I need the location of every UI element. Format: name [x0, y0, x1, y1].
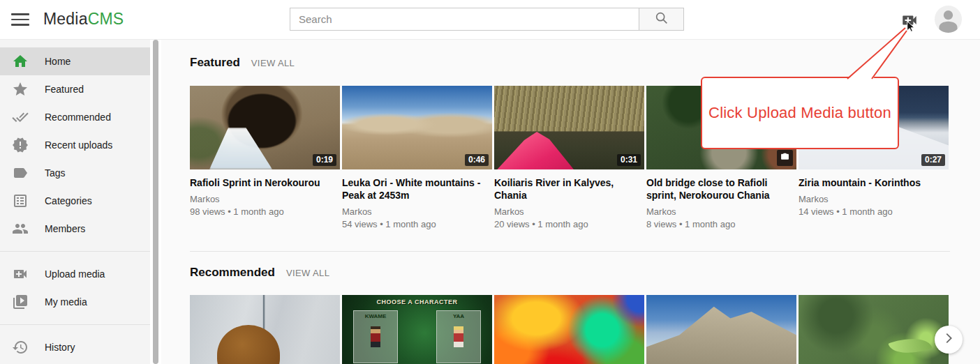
video-call-icon [900, 20, 919, 31]
upload-media-button[interactable] [900, 11, 919, 29]
media-card[interactable]: 0:31 Koiliaris River in Kalyves, Chania … [494, 86, 644, 231]
media-title[interactable]: Koiliaris River in Kalyves, Chania [494, 176, 644, 202]
media-author[interactable]: Markos [494, 206, 644, 218]
annotation-text: Click Upload Media button [708, 104, 891, 122]
media-author[interactable]: Markos [190, 193, 340, 206]
media-meta: 14 views • 1 month ago [799, 206, 949, 218]
media-card[interactable] [646, 295, 796, 364]
media-title[interactable]: Rafioli Sprint in Nerokourou [190, 176, 340, 189]
media-card[interactable]: 0:19 Rafioli Sprint in Nerokourou Markos… [190, 86, 340, 231]
media-card[interactable]: 0:46 Leuka Ori - White mountains - Peak … [342, 86, 492, 231]
video-call-icon [12, 266, 29, 282]
duration-badge: 0:27 [921, 154, 945, 166]
duration-badge: 0:19 [313, 154, 336, 166]
media-title[interactable]: Ziria mountain - Korinthos [799, 176, 949, 189]
section-divider [190, 251, 950, 252]
sidebar-item-my-media[interactable]: My media [0, 288, 151, 316]
video-thumbnail[interactable]: 0:31 [494, 86, 644, 169]
mediacms-home-screen: Home Featured Recommended Recent uploads… [0, 0, 980, 364]
sidebar-divider [0, 324, 151, 325]
media-title[interactable]: Leuka Ori - White mountains - Peak at 24… [342, 176, 492, 202]
media-meta: 54 views • 1 month ago [342, 218, 492, 231]
search-input[interactable] [290, 8, 639, 30]
carousel-next-button[interactable] [935, 326, 963, 354]
character-sprite [371, 326, 380, 347]
sidebar-item-featured[interactable]: Featured [0, 75, 151, 103]
sidebar-item-categories[interactable]: Categories [0, 187, 151, 215]
sidebar-item-upload-media[interactable]: Upload media [0, 260, 151, 288]
chevron-right-icon [941, 331, 956, 349]
media-card[interactable] [494, 295, 644, 364]
video-thumbnail[interactable]: 0:19 [190, 86, 340, 169]
video-library-icon [12, 294, 29, 310]
sidebar-item-label: Featured [45, 84, 84, 95]
camera-badge [777, 150, 793, 166]
sidebar-item-label: Categories [45, 195, 92, 206]
media-meta: 20 views • 1 month ago [494, 218, 644, 231]
media-title[interactable]: Old bridge close to Rafioli sprint, Nero… [646, 176, 796, 202]
thumbnail-overlay-text: KWAME [354, 313, 397, 319]
logo-text-black: Media [43, 10, 88, 28]
video-thumbnail[interactable] [494, 295, 644, 364]
video-thumbnail[interactable] [799, 295, 949, 364]
new-releases-icon [12, 137, 29, 153]
person-icon [935, 23, 962, 33]
sidebar-item-recommended[interactable]: Recommended [0, 103, 151, 131]
recommended-section-header: Recommended VIEW ALL [190, 266, 329, 280]
thumbnail-overlay-text: CHOOSE A CHARACTER [342, 298, 492, 305]
character-panel: KWAME Selected [353, 310, 398, 363]
sidebar-item-history[interactable]: History [0, 333, 151, 361]
section-title: Recommended [190, 266, 275, 280]
media-card[interactable] [190, 295, 340, 364]
camera-icon [780, 152, 789, 164]
media-card[interactable] [799, 295, 949, 364]
topbar: MediaCMS [0, 0, 980, 40]
sidebar-item-members[interactable]: Members [0, 215, 151, 243]
sidebar-item-label: Upload media [45, 268, 105, 280]
section-title: Featured [190, 56, 240, 70]
sidebar-item-label: My media [45, 296, 87, 308]
sidebar-scrollbar-thumb[interactable] [153, 40, 158, 364]
history-icon [12, 339, 29, 356]
media-author[interactable]: Markos [799, 193, 949, 206]
sidebar-item-home[interactable]: Home [0, 47, 151, 75]
user-avatar[interactable] [935, 6, 962, 33]
tag-icon [12, 165, 29, 181]
sidebar-item-label: Recent uploads [45, 139, 112, 151]
people-icon [12, 220, 29, 237]
media-meta: 98 views • 1 month ago [190, 206, 340, 218]
sidebar-item-label: Recommended [45, 112, 111, 123]
sidebar-divider [0, 251, 151, 252]
video-thumbnail[interactable] [190, 295, 340, 364]
media-card[interactable]: CHOOSE A CHARACTER KWAME Selected YAA Se… [342, 295, 492, 364]
search-button[interactable] [639, 8, 683, 30]
featured-section-header: Featured VIEW ALL [190, 56, 295, 70]
sidebar-item-label: Home [45, 56, 70, 67]
duration-badge: 0:46 [465, 154, 489, 166]
list-icon [12, 192, 29, 209]
video-thumbnail[interactable]: 0:46 [342, 86, 492, 169]
thumbnail-overlay-text: YAA [437, 313, 480, 319]
annotation-callout: Click Upload Media button [701, 77, 899, 149]
sidebar-item-tags[interactable]: Tags [0, 159, 151, 187]
recommended-view-all-link[interactable]: VIEW ALL [286, 268, 329, 278]
media-meta: 8 views • 1 month ago [646, 218, 796, 231]
media-author[interactable]: Markos [342, 206, 492, 218]
search-bar [290, 8, 684, 31]
video-thumbnail[interactable] [646, 295, 796, 364]
search-icon [654, 10, 669, 29]
sidebar-item-label: History [45, 342, 75, 353]
sidebar-item-recent-uploads[interactable]: Recent uploads [0, 131, 151, 159]
app-logo[interactable]: MediaCMS [43, 10, 124, 29]
character-panel: YAA Select [436, 310, 481, 363]
home-icon [12, 53, 29, 70]
sidebar-item-label: Members [45, 223, 85, 234]
video-thumbnail[interactable]: CHOOSE A CHARACTER KWAME Selected YAA Se… [342, 295, 492, 364]
media-author[interactable]: Markos [646, 206, 796, 218]
duration-badge: 0:31 [617, 154, 641, 166]
featured-view-all-link[interactable]: VIEW ALL [251, 58, 295, 68]
sidebar-item-label: Tags [45, 167, 66, 179]
done-all-icon [12, 109, 29, 126]
character-sprite [454, 326, 463, 347]
hamburger-menu-button[interactable] [11, 10, 29, 29]
